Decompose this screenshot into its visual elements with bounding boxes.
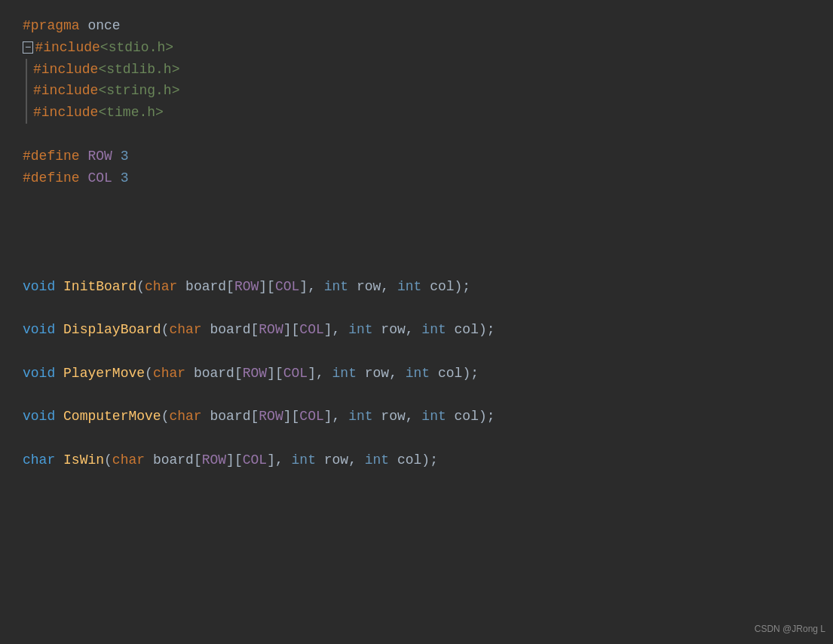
blank-line-6 <box>23 297 810 319</box>
pragma-keyword: #pragma <box>23 15 87 37</box>
include-path-1: <stdio.h> <box>100 37 173 59</box>
int-keyword-1b: int <box>397 276 421 298</box>
blank-line-7 <box>23 341 810 363</box>
void-keyword-1: void <box>23 276 55 298</box>
include-group: #include<stdlib.h> #include<string.h> #i… <box>26 59 810 124</box>
int-keyword-5a: int <box>292 449 316 471</box>
char-keyword-2: char <box>169 319 201 341</box>
void-keyword-2: void <box>23 319 55 341</box>
include-path-2: <stdlib.h> <box>98 59 179 81</box>
macro-col: COL <box>87 167 112 189</box>
func-playermove: PlayerMove <box>63 363 145 385</box>
line-include1: −#include<stdio.h> <box>23 37 810 59</box>
collapse-button[interactable]: − <box>23 41 33 54</box>
line-computermove: void ComputerMove(char board[ROW][COL], … <box>23 406 810 428</box>
char-return-keyword: char <box>23 449 55 471</box>
include-path-4: <time.h> <box>98 102 163 124</box>
include-keyword-1: #include <box>35 37 100 59</box>
func-computermove: ComputerMove <box>63 406 161 428</box>
int-keyword-5b: int <box>365 449 389 471</box>
define-keyword-2: #define <box>23 167 87 189</box>
line-iswin: char IsWin(char board[ROW][COL], int row… <box>23 449 810 471</box>
include-path-3: <string.h> <box>98 80 179 102</box>
code-editor: #pragma once −#include<stdio.h> #include… <box>23 15 810 471</box>
func-displayboard: DisplayBoard <box>63 319 161 341</box>
int-keyword-4b: int <box>421 406 446 428</box>
define-keyword-1: #define <box>23 146 87 167</box>
blank-line-1 <box>23 124 810 146</box>
line-displayboard: void DisplayBoard(char board[ROW][COL], … <box>23 319 810 341</box>
include-keyword-3: #include <box>33 80 98 102</box>
space2 <box>112 167 121 189</box>
include-keyword-2: #include <box>33 59 98 81</box>
int-keyword-2b: int <box>421 319 446 341</box>
func-iswin: IsWin <box>63 449 104 471</box>
line-include4: #include<time.h> <box>33 102 810 124</box>
blank-line-2 <box>23 189 810 210</box>
void-keyword-4: void <box>23 406 55 428</box>
line-define1: #define ROW 3 <box>23 146 810 167</box>
char-keyword-1: char <box>145 276 177 298</box>
int-keyword-3a: int <box>332 363 357 385</box>
int-keyword-2a: int <box>348 319 372 341</box>
blank-line-4 <box>23 232 810 254</box>
func-initboard: InitBoard <box>63 276 136 298</box>
line-initboard: void InitBoard(char board[ROW][COL], int… <box>23 276 810 298</box>
blank-line-8 <box>23 385 810 406</box>
blank-line-3 <box>23 210 810 232</box>
line-pragma: #pragma once <box>23 15 810 37</box>
line-playermove: void PlayerMove(char board[ROW][COL], in… <box>23 363 810 385</box>
line-include3: #include<string.h> <box>33 80 810 102</box>
col-value: 3 <box>121 167 129 189</box>
int-keyword-3b: int <box>406 363 430 385</box>
blank-line-9 <box>23 428 810 449</box>
char-keyword-4: char <box>169 406 201 428</box>
line-include2: #include<stdlib.h> <box>33 59 810 81</box>
row-value: 3 <box>121 146 129 167</box>
int-keyword-1a: int <box>324 276 348 298</box>
int-keyword-4a: int <box>348 406 372 428</box>
watermark: CSDN @JRong L <box>755 622 825 636</box>
macro-row: ROW <box>87 146 112 167</box>
char-keyword-3: char <box>153 363 185 385</box>
line-define2: #define COL 3 <box>23 167 810 189</box>
pragma-once: once <box>87 15 120 37</box>
blank-line-5 <box>23 254 810 276</box>
space1 <box>112 146 121 167</box>
include-keyword-4: #include <box>33 102 98 124</box>
char-keyword-5: char <box>112 449 145 471</box>
void-keyword-3: void <box>23 363 55 385</box>
